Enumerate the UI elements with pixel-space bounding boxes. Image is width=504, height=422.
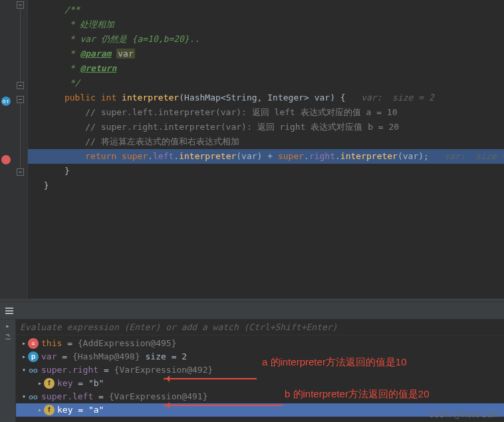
fold-icon[interactable]: − (17, 1, 24, 9)
var-name: super.right (41, 363, 98, 377)
breakpoint-icon[interactable] (1, 155, 11, 164)
svg-rect-2 (5, 313, 13, 314)
var-name: super.left (41, 390, 93, 403)
text-icon[interactable]: r) (5, 333, 11, 341)
frames-icon[interactable]: ▸ (5, 322, 9, 329)
javadoc-return-tag: @return (80, 63, 116, 73)
comment: // super.left.interpreter(var): 返回 left … (85, 107, 397, 117)
doc-comment: */ (64, 78, 80, 88)
expand-icon[interactable]: ▸ (20, 350, 28, 363)
collapse-icon[interactable]: ▾ (20, 390, 28, 403)
code-content[interactable]: /** * 处理相加 * var 仍然是 {a=10,b=20}.. * @pa… (28, 0, 504, 298)
expand-icon[interactable]: ▸ (36, 377, 44, 390)
var-row-super-right[interactable]: ▾ oo super.right = {VarExpression@492} (16, 363, 504, 377)
expand-icon[interactable]: ▸ (36, 403, 44, 417)
fold-icon[interactable]: − (17, 82, 24, 89)
var-row-var[interactable]: ▸ p var = {HashMap@498} size = 2 (16, 350, 504, 363)
comment: // 将运算左表达式的值和右表达式相加 (85, 136, 239, 146)
var-row-super-left[interactable]: ▾ oo super.left = {VarExpression@491} (16, 390, 504, 403)
field-icon: f (44, 405, 55, 415)
var-value: {VarExpression@491} (109, 390, 208, 403)
settings-icon[interactable] (4, 306, 15, 316)
svg-rect-1 (5, 310, 13, 312)
inline-hint: var: size = 2 (346, 93, 434, 103)
variables-tree[interactable]: ▸ ≡ this = {AddExpression@495} ▸ p var =… (16, 335, 504, 418)
var-value: {HashMap@498} (72, 350, 146, 363)
var-name: var (41, 350, 57, 363)
breakpoint-mark-icon: ≡ (28, 338, 39, 349)
keyword-int: int (101, 93, 116, 103)
current-execution-line: return super.left.interpreter(var) + sup… (28, 149, 504, 164)
var-row-this[interactable]: ▸ ≡ this = {AddExpression@495} (16, 337, 504, 350)
expand-icon[interactable]: ▸ (20, 337, 28, 350)
comment: // super.right.interpreter(var): 返回 righ… (85, 122, 399, 132)
keyword-public: public (64, 93, 96, 103)
debug-panel: ▸ r) Evaluate expression (Enter) or add … (0, 319, 504, 422)
watermark: CSDN @Hello Dam (428, 410, 499, 419)
var-value: {VarExpression@492} (114, 363, 213, 377)
doc-comment: 仍然是 {a=10,b=20}.. (101, 34, 200, 44)
doc-comment: * (64, 49, 80, 59)
param-icon: p (28, 351, 39, 362)
watch-icon: oo (28, 365, 39, 375)
javadoc-param-name: var (116, 49, 134, 59)
var-name: key (57, 377, 72, 390)
doc-comment: * (64, 19, 80, 29)
watch-input[interactable]: Evaluate expression (Enter) or add a wat… (16, 319, 504, 335)
var-value: "a" (88, 403, 104, 417)
javadoc-param-tag: @param (80, 49, 111, 59)
debug-left-toolbar: ▸ r) (0, 319, 16, 422)
var-row-right-key[interactable]: ▸ f key = "b" (16, 377, 504, 390)
var-name: this (41, 337, 62, 350)
doc-comment: * var (64, 34, 101, 44)
fold-icon[interactable]: − (17, 168, 24, 176)
field-icon: f (44, 378, 55, 389)
fold-guide (20, 5, 21, 85)
doc-comment: /** (64, 5, 80, 15)
debug-toolbar (0, 302, 504, 319)
fold-icon[interactable]: − (17, 96, 24, 103)
var-value: {AddExpression@495} (78, 337, 177, 350)
fold-guide (20, 100, 21, 173)
watch-icon: oo (28, 391, 39, 402)
doc-comment: 处理相加 (80, 19, 114, 29)
override-gutter-icon[interactable]: o↑ (1, 97, 11, 106)
gutter: o↑ − − − − (0, 0, 28, 298)
inline-hint: var: size = (429, 151, 504, 161)
method-name: interpreter (122, 93, 179, 103)
doc-comment: * (64, 63, 80, 73)
code-editor[interactable]: o↑ − − − − /** * 处理相加 * var 仍然是 {a=10,b=… (0, 0, 504, 298)
svg-rect-0 (5, 308, 13, 309)
var-value: "b" (88, 377, 104, 390)
collapse-icon[interactable]: ▾ (20, 363, 28, 377)
var-name: key (57, 403, 72, 417)
